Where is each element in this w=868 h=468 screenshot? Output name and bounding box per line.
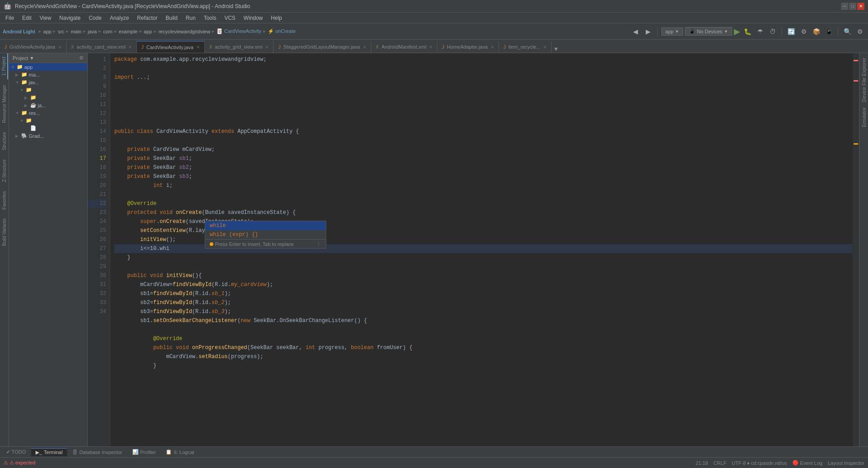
- tab-staggered-java[interactable]: J StaggeredGridLayoutManager.java ✕: [274, 41, 371, 53]
- menu-edit[interactable]: Edit: [18, 14, 35, 22]
- menu-file[interactable]: File: [2, 14, 18, 22]
- tab-homeadapter-java[interactable]: J HomeAdapter.java ✕: [437, 41, 499, 53]
- menu-view[interactable]: View: [36, 14, 55, 22]
- tab-close-icon7[interactable]: ✕: [490, 45, 494, 50]
- tree-java2[interactable]: ▶ ☕ ja...: [22, 101, 87, 109]
- tab-item-recycle[interactable]: J item_recycle... ✕: [499, 41, 552, 53]
- autocomplete-popup[interactable]: while while (expr) {} Press Enter to ins…: [205, 221, 326, 249]
- tab-activity-card-xml[interactable]: X activity_card_view.xml ✕: [67, 41, 137, 53]
- breadcrumb-example[interactable]: example: [119, 29, 138, 34]
- sync-button[interactable]: 🔄: [786, 26, 796, 37]
- status-layout-inspector[interactable]: Layout Inspector: [828, 460, 864, 466]
- menu-navigate[interactable]: Navigate: [56, 14, 84, 22]
- line-num-3: 3: [88, 73, 106, 82]
- sdk-manager-button[interactable]: 📦: [811, 26, 822, 37]
- bottom-tab-profiler[interactable]: 📊 Profiler: [128, 448, 161, 456]
- tab-gridview-java[interactable]: J GridViewActivity.java ✕: [0, 41, 67, 53]
- tree-example[interactable]: ▶ 📁: [22, 94, 87, 101]
- app-selector[interactable]: app ▼: [661, 27, 683, 36]
- tree-res-sub[interactable]: ▼ 📁: [18, 117, 87, 124]
- bottom-tab-db-inspector[interactable]: 🗄 Database Inspector: [68, 449, 126, 456]
- ac-more-icon[interactable]: ⋮: [316, 241, 321, 247]
- bottom-tab-logcat[interactable]: 📋 6: Logcat: [161, 448, 198, 456]
- status-charset[interactable]: UTF-8 ♦ cd.cpasdn.nd/us: [732, 460, 787, 466]
- search-button[interactable]: 🔍: [842, 26, 853, 37]
- breadcrumb-app[interactable]: app: [43, 29, 51, 34]
- tabs-more-button[interactable]: ▼: [552, 46, 561, 53]
- coverage-button[interactable]: ☂: [755, 26, 765, 37]
- code-line-31: [114, 325, 855, 334]
- tree-gradle[interactable]: ▶ 🐘 Grad...: [13, 132, 87, 140]
- no-devices-button[interactable]: 📱 No Devices ▼: [685, 27, 732, 36]
- bottom-tab-todo[interactable]: ✔ TODO: [2, 448, 30, 456]
- sidebar-tab-favorites[interactable]: Favorites: [1, 187, 8, 213]
- menu-window[interactable]: Window: [240, 14, 266, 22]
- line-num-33: 33: [88, 298, 106, 307]
- back-button[interactable]: ◀: [630, 26, 641, 37]
- tree-app[interactable]: ▼ 📁 app: [9, 63, 87, 71]
- tree-manifests[interactable]: ▶ 📁 ma...: [13, 71, 87, 78]
- tab-close-icon2[interactable]: ✕: [128, 45, 132, 50]
- ac-item-while-expr[interactable]: while (expr) {}: [205, 230, 326, 239]
- close-button[interactable]: ✕: [857, 3, 864, 10]
- tab-close-icon4[interactable]: ✕: [265, 45, 269, 50]
- ac-item-while[interactable]: while: [205, 221, 326, 230]
- project-settings-icon[interactable]: ⚙: [79, 55, 84, 61]
- code-line-9: public class CardViewActivity extends Ap…: [114, 127, 855, 136]
- error-count-icon: 🔴: [792, 460, 799, 466]
- menu-run[interactable]: Run: [182, 14, 199, 22]
- tab-close-icon6[interactable]: ✕: [429, 45, 432, 50]
- breadcrumb-pkg[interactable]: recycleviewandgridview: [158, 29, 211, 34]
- avd-manager-button[interactable]: 📱: [823, 26, 834, 37]
- tree-res-item[interactable]: 📄: [22, 124, 87, 132]
- tab-close-icon3[interactable]: ✕: [196, 45, 200, 50]
- breadcrumb-method[interactable]: ⚡ onCreate: [268, 28, 296, 34]
- title-bar-controls[interactable]: ─ □ ✕: [841, 3, 864, 10]
- breadcrumb-app2[interactable]: app: [144, 29, 152, 34]
- menu-code[interactable]: Code: [85, 14, 105, 22]
- sidebar-tab-project[interactable]: 1: Project: [0, 53, 8, 79]
- debug-button[interactable]: 🐛: [742, 26, 753, 37]
- status-event-log[interactable]: 🔴 Event Log: [792, 460, 823, 466]
- ac-item-while-expr-label: while (expr) {}: [210, 232, 258, 238]
- breadcrumb-class[interactable]: 🃏 CardViewActivity: [216, 28, 261, 34]
- strip-emulator[interactable]: Emulator: [860, 105, 868, 130]
- sidebar-tab-structure[interactable]: Structure: [1, 128, 8, 154]
- menu-tools[interactable]: Tools: [200, 14, 220, 22]
- menu-build[interactable]: Build: [162, 14, 181, 22]
- menu-help[interactable]: Help: [267, 14, 286, 22]
- line-num-2: 2: [88, 64, 106, 73]
- tab-close-icon8[interactable]: ✕: [543, 45, 547, 50]
- sidebar-tab-zstructure[interactable]: Z-Structure: [1, 156, 8, 186]
- run-button[interactable]: ▶: [734, 27, 740, 36]
- settings-button[interactable]: ⚙: [855, 26, 865, 37]
- tab-close-icon5[interactable]: ✕: [363, 45, 366, 50]
- minimize-button[interactable]: ─: [841, 3, 848, 10]
- status-crlf[interactable]: CRLF: [713, 460, 726, 466]
- tab-manifest-xml[interactable]: X AndroidManifest.xml ✕: [371, 41, 437, 53]
- code-line-2: [114, 64, 855, 73]
- menu-analyze[interactable]: Analyze: [106, 14, 133, 22]
- breadcrumb-src[interactable]: src: [58, 29, 64, 34]
- breadcrumb-java[interactable]: java: [88, 29, 97, 34]
- bottom-tab-terminal[interactable]: ▶_ Terminal: [31, 448, 67, 456]
- code-content[interactable]: package com.example.app.recycleviewandgr…: [111, 53, 859, 446]
- menu-vcs[interactable]: VCS: [221, 14, 239, 22]
- strip-device-file-explorer[interactable]: Device File Explorer: [860, 55, 868, 105]
- breadcrumb-com[interactable]: com: [103, 29, 112, 34]
- profile-button[interactable]: ⏱: [767, 26, 778, 37]
- gradle-button[interactable]: ⚙: [798, 26, 809, 37]
- tab-cardview-java[interactable]: J CardViewActivity.java ✕: [137, 41, 205, 53]
- sidebar-tab-resource[interactable]: Resource Manager: [1, 81, 8, 127]
- tree-java[interactable]: ▼ 📁 jav...: [13, 78, 87, 86]
- right-gutter: [853, 53, 859, 446]
- menu-refactor[interactable]: Refactor: [134, 14, 161, 22]
- tree-res[interactable]: ▼ 📁 res...: [13, 109, 87, 117]
- breadcrumb-main[interactable]: main: [71, 29, 81, 34]
- tab-close-icon[interactable]: ✕: [58, 45, 62, 50]
- maximize-button[interactable]: □: [849, 3, 856, 10]
- sidebar-tab-buildvariants[interactable]: Build Variants: [1, 215, 8, 250]
- tree-com[interactable]: ▼ 📁: [18, 86, 87, 94]
- forward-button[interactable]: ▶: [643, 26, 654, 37]
- tab-activity-grid-xml[interactable]: X activity_grid_view.xml ✕: [205, 41, 274, 53]
